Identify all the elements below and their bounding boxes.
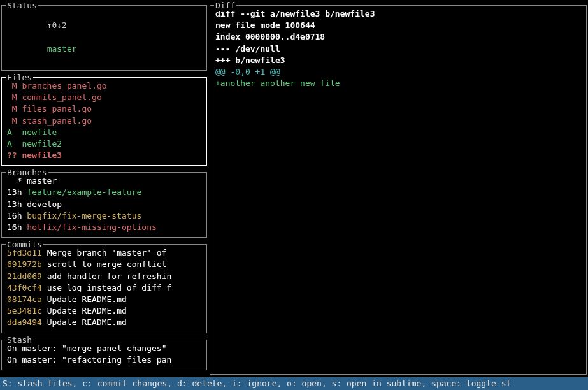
file-status: A: [7, 127, 17, 137]
file-row[interactable]: ?? newfile3: [7, 150, 201, 161]
branch-age: 13h: [7, 199, 22, 209]
file-name: newfile2: [22, 139, 62, 148]
branch-name: bugfix/fix-merge-status: [27, 211, 141, 220]
file-row[interactable]: M commits_panel.go: [7, 92, 201, 103]
file-row[interactable]: A newfile2: [7, 138, 201, 150]
branch-row[interactable]: 13h feature/example-feature: [7, 187, 201, 198]
commit-message: add handler for refreshin: [47, 271, 172, 281]
diff-line: @@ -0,0 +1 @@: [215, 66, 581, 78]
branch-row[interactable]: 16h hotfix/fix-missing-options: [7, 222, 201, 233]
diff-line: new file mode 100644: [215, 20, 581, 31]
commit-message: use log instead of diff f: [47, 283, 172, 292]
diff-line: diff --git a/newfile3 b/newfile3: [215, 8, 581, 20]
commit-sha: 691972b: [7, 259, 42, 269]
commit-message: scroll to merge conflict: [47, 259, 167, 269]
status-panel[interactable]: Status ↑0↓2 master: [1, 5, 207, 71]
file-name: commits_panel.go: [22, 92, 101, 102]
file-status: ??: [7, 150, 17, 160]
file-row[interactable]: A newfile: [7, 127, 201, 138]
commits-title: Commits: [6, 239, 43, 250]
commit-row[interactable]: dda9494 Update README.md: [7, 317, 201, 328]
branch-name: hotfix/fix-missing-options: [27, 222, 157, 232]
file-row[interactable]: M files_panel.go: [7, 103, 201, 115]
commit-message: Update README.md: [47, 306, 127, 315]
commits-panel[interactable]: Commits 5fd3d11 Merge branch 'master' of…: [1, 244, 207, 333]
stash-title: Stash: [6, 335, 33, 346]
branches-panel[interactable]: Branches * master13h feature/example-fea…: [1, 172, 207, 238]
file-name: files_panel.go: [22, 104, 92, 113]
branches-title: Branches: [6, 167, 48, 178]
file-name: branches_panel.go: [22, 81, 106, 90]
file-name: stash_panel.go: [22, 116, 92, 126]
branch-name: feature/example-feature: [27, 187, 141, 197]
commit-sha: 43f0cf4: [7, 283, 42, 292]
file-status: M: [7, 104, 17, 113]
file-name: newfile3: [22, 150, 62, 160]
diff-panel[interactable]: Diff diff --git a/newfile3 b/newfile3new…: [210, 5, 587, 375]
commit-row[interactable]: 5e3481c Update README.md: [7, 305, 201, 317]
commit-message: Update README.md: [47, 317, 127, 327]
commit-message: Merge branch 'master' of: [47, 248, 172, 257]
file-row[interactable]: M stash_panel.go: [7, 115, 201, 127]
commit-sha: 5e3481c: [7, 306, 42, 315]
stash-row[interactable]: On master: "refactoring files pan: [7, 354, 201, 366]
branch-name: develop: [27, 199, 62, 209]
status-behind-ahead: ↑0↓2: [47, 20, 67, 30]
branch-age: 16h: [7, 211, 22, 220]
commit-sha: dda9494: [7, 317, 42, 327]
file-row[interactable]: M branches_panel.go: [7, 80, 201, 92]
diff-line: +++ b/newfile3: [215, 55, 581, 66]
status-branch: master: [47, 44, 77, 54]
stash-panel[interactable]: Stash On master: "merge panel changes"On…: [1, 340, 207, 370]
file-status: A: [7, 139, 17, 148]
status-row: ↑0↓2 master: [7, 8, 201, 66]
keybindings-footer: S: stash files, c: commit changes, d: de…: [0, 377, 588, 390]
files-title: Files: [6, 72, 33, 83]
branch-age: 16h: [7, 222, 22, 232]
branch-row[interactable]: 13h develop: [7, 199, 201, 210]
branch-age: 13h: [7, 187, 22, 197]
commit-row[interactable]: 43f0cf4 use log instead of diff f: [7, 282, 201, 294]
diff-line: --- /dev/null: [215, 43, 581, 55]
commit-row[interactable]: 08174ca Update README.md: [7, 294, 201, 305]
status-title: Status: [6, 0, 38, 11]
file-status: M: [7, 116, 17, 126]
diff-title: Diff: [214, 0, 236, 11]
stash-row[interactable]: On master: "merge panel changes": [7, 343, 201, 354]
file-status: M: [7, 92, 17, 102]
commit-sha: 21dd069: [7, 271, 42, 281]
diff-line: index 0000000..d4e0718: [215, 31, 581, 43]
commit-message: Update README.md: [47, 294, 127, 304]
commit-sha: 08174ca: [7, 294, 42, 304]
branch-row[interactable]: 16h bugfix/fix-merge-status: [7, 210, 201, 222]
commit-row[interactable]: 21dd069 add handler for refreshin: [7, 271, 201, 282]
diff-line: +another another new file: [215, 78, 581, 89]
files-panel[interactable]: Files M branches_panel.go M commits_pane…: [1, 77, 207, 166]
commit-row[interactable]: 691972b scroll to merge conflict: [7, 259, 201, 270]
file-name: newfile: [22, 127, 57, 137]
